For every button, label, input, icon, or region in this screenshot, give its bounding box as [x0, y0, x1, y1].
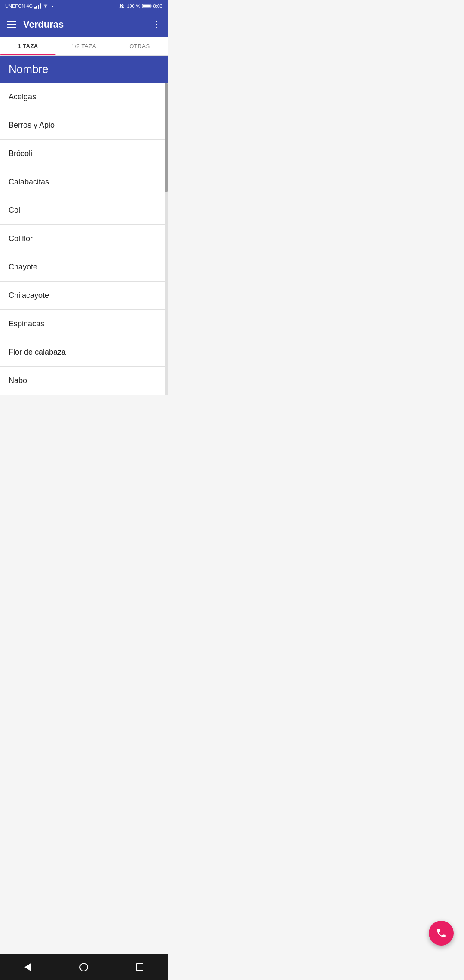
tab-half-taza[interactable]: 1/2 TAZA	[56, 37, 112, 55]
svg-rect-2	[143, 5, 150, 8]
list-item[interactable]: Berros y Apio	[0, 111, 168, 140]
list-item[interactable]: Chilacayote	[0, 282, 168, 310]
more-options-button[interactable]: ⋮	[152, 19, 161, 30]
wifi-icon	[43, 3, 49, 9]
battery-icon	[142, 3, 152, 9]
menu-button[interactable]	[7, 21, 16, 28]
list-item[interactable]: Espinacas	[0, 310, 168, 338]
tab-otras[interactable]: OTRAS	[112, 37, 168, 55]
scrollbar-thumb[interactable]	[165, 83, 168, 192]
carrier-label: UNEFON 4G	[5, 3, 33, 9]
list-item[interactable]: Coliflor	[0, 225, 168, 253]
status-bar: UNEFON 4G 100 % 8:	[0, 0, 168, 12]
tab-bar: 1 TAZA 1/2 TAZA OTRAS	[0, 37, 168, 56]
signal-icon	[34, 3, 41, 9]
list-item[interactable]: Acelgas	[0, 83, 168, 111]
list-item[interactable]: Col	[0, 196, 168, 225]
status-left: UNEFON 4G	[5, 3, 55, 9]
battery-label: 100 %	[127, 3, 140, 9]
time-label: 8:03	[153, 3, 162, 9]
list-item[interactable]: Brócoli	[0, 140, 168, 168]
section-header-label: Nombre	[9, 63, 48, 76]
list-item[interactable]: Nabo	[0, 367, 168, 395]
mute-icon	[119, 3, 125, 9]
tab-1taza[interactable]: 1 TAZA	[0, 37, 56, 55]
app-bar: Verduras ⋮	[0, 12, 168, 37]
list-item[interactable]: Calabacitas	[0, 168, 168, 196]
list-item[interactable]: Flor de calabaza	[0, 338, 168, 367]
svg-rect-3	[150, 5, 151, 7]
list-item[interactable]: Chayote	[0, 253, 168, 282]
page-title: Verduras	[23, 19, 152, 30]
usb-icon	[50, 3, 55, 9]
svg-point-0	[45, 7, 46, 8]
scrollbar[interactable]	[165, 83, 168, 395]
section-header: Nombre	[0, 56, 168, 83]
status-right: 100 % 8:03	[119, 3, 162, 9]
vegetables-list: Acelgas Berros y Apio Brócoli Calabacita…	[0, 83, 168, 395]
